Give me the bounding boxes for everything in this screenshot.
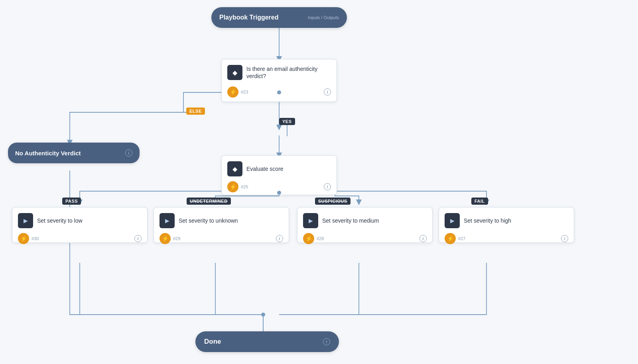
severity-high-card[interactable]: Set severity to high ⚡ #27 i (439, 207, 574, 243)
severity-medium-card[interactable]: Set severity to medium ⚡ #28 i (297, 207, 433, 243)
action-icon-medium (303, 213, 318, 228)
done-label: Done (204, 338, 221, 346)
lightning-badge-eval: ⚡ (227, 181, 238, 192)
severity-high-title: Set severity to high (464, 217, 511, 224)
lightning-badge-q: ⚡ (227, 86, 238, 98)
severity-high-number: #27 (458, 236, 465, 241)
else-label: ELSE (186, 108, 205, 115)
severity-low-number: #30 (32, 236, 39, 241)
yes-label: YES (279, 118, 295, 125)
info-icon-low[interactable]: i (134, 235, 142, 242)
lightning-badge-medium: ⚡ (303, 233, 314, 244)
diamond-icon (227, 65, 242, 80)
suspicious-label: SUSPICIOUS (315, 198, 351, 205)
severity-unknown-card[interactable]: Set severity to unknown ⚡ #29 i (154, 207, 289, 243)
info-icon-eval[interactable]: i (324, 183, 331, 190)
done-node[interactable]: Done i (195, 331, 339, 352)
severity-low-card[interactable]: Set severity to low ⚡ #30 i (12, 207, 148, 243)
no-authenticity-node[interactable]: No Authenticity Verdict i (8, 143, 140, 163)
question-card[interactable]: Is there an email authenticity verdict? … (221, 59, 337, 102)
question-number: #23 (241, 90, 248, 94)
undetermined-label: UNDETERMINED (187, 198, 231, 205)
info-icon-unknown[interactable]: i (276, 235, 283, 242)
evaluate-card[interactable]: Evaluate score ⚡ #25 i (221, 155, 337, 195)
conn-dot-done (261, 313, 265, 317)
info-icon-medium[interactable]: i (419, 235, 427, 242)
no-authenticity-label: No Authenticity Verdict (15, 150, 81, 157)
evaluate-title: Evaluate score (246, 165, 284, 172)
trigger-node[interactable]: Playbook Triggered Inputs / Outputs (211, 7, 347, 28)
action-icon-low (18, 213, 33, 228)
severity-unknown-title: Set severity to unknown (179, 217, 238, 224)
info-icon-done[interactable]: i (323, 338, 330, 345)
action-icon-high (445, 213, 460, 228)
lightning-badge-high: ⚡ (445, 233, 456, 244)
pass-label: PASS (62, 198, 81, 205)
conn-dot-1 (277, 90, 281, 94)
lightning-badge-unknown: ⚡ (160, 233, 171, 244)
severity-medium-title: Set severity to medium (322, 217, 379, 224)
info-icon-high[interactable]: i (561, 235, 568, 242)
question-title: Is there an email authenticity verdict? (246, 65, 331, 80)
diamond-icon-eval (227, 161, 242, 176)
severity-low-title: Set severity to low (37, 217, 83, 224)
info-icon-q[interactable]: i (324, 88, 331, 96)
inputs-outputs-label: Inputs / Outputs (308, 15, 339, 20)
lightning-badge-low: ⚡ (18, 233, 29, 244)
fail-label: FAIL (471, 198, 488, 205)
trigger-label: Playbook Triggered (219, 14, 278, 21)
evaluate-number: #25 (241, 184, 248, 189)
severity-unknown-number: #29 (173, 236, 180, 241)
severity-medium-number: #28 (317, 236, 324, 241)
action-icon-unknown (160, 213, 175, 228)
info-icon-nav[interactable]: i (125, 149, 132, 157)
conn-dot-2 (277, 191, 281, 195)
